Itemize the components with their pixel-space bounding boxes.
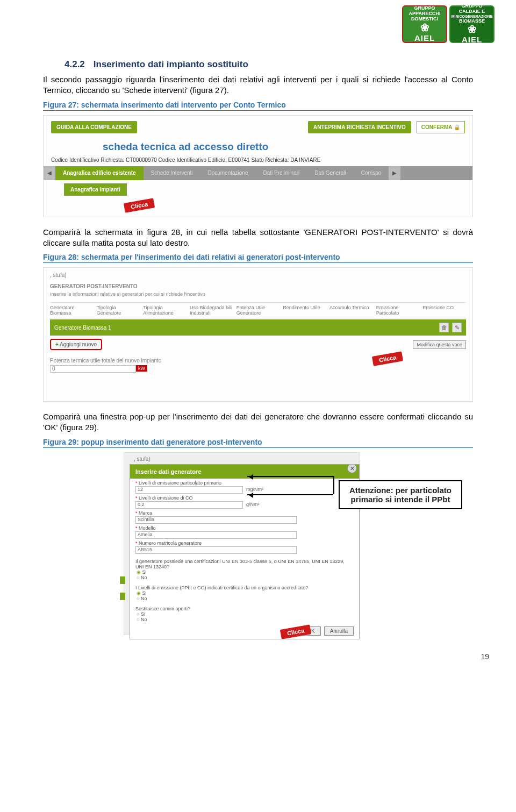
header-logos: GRUPPOAPPARECCHIDOMESTICI ❀AIEL GRUPPOCA… xyxy=(402,5,494,43)
matricola-input[interactable]: AB515 xyxy=(135,546,297,554)
figure-29-caption: Figura 29: popup inserimento dati genera… xyxy=(43,438,473,448)
click-callout: Clicca xyxy=(371,351,403,366)
camini-no[interactable]: No xyxy=(137,617,147,622)
tab-anagrafica-edificio[interactable]: Anagrafica edificio esistente xyxy=(55,166,144,180)
figure-28-screenshot: , stufa) GENERATORI POST-INTERVENTO Inse… xyxy=(43,267,473,402)
camini-yes[interactable]: Si xyxy=(137,611,145,617)
figure-27-caption: Figura 27: schermata inserimento dati in… xyxy=(43,101,473,111)
add-new-button[interactable]: + Aggiungi nuovo xyxy=(50,339,102,350)
co-label: Livelli di emissione di CO xyxy=(135,495,354,501)
co-input[interactable]: 0,2 xyxy=(135,501,243,509)
page-title: scheda tecnica ad accesso diretto xyxy=(103,141,472,153)
tab-dati-generali[interactable]: Dati Generali xyxy=(307,166,353,180)
attention-note: Attenzione: per particolatoprimario si i… xyxy=(339,480,462,509)
edit-icon[interactable]: ✎ xyxy=(452,323,462,332)
figure-27-screenshot: GUIDA ALLA COMPILAZIONE ANTEPRIMA RICHIE… xyxy=(43,115,473,217)
confirm-button[interactable]: CONFERMA 🔒 xyxy=(417,121,465,133)
cert-yes[interactable]: Si xyxy=(137,569,147,575)
accred-yes[interactable]: Si xyxy=(137,590,147,596)
generator-row-1[interactable]: Generatore Biomassa 1 🗑 ✎ xyxy=(50,319,466,336)
click-callout: Clicca xyxy=(124,198,155,213)
page-number: 19 xyxy=(481,652,489,661)
tab-schede-interventi[interactable]: Schede Interventi xyxy=(144,166,200,180)
camini-question: Sostituisce camini aperti? xyxy=(135,606,354,611)
accred-question: I Livelli di emissione (PPbt e CO) indic… xyxy=(135,585,354,590)
delete-icon[interactable]: 🗑 xyxy=(439,323,449,332)
tab-scroll-left[interactable]: ◀ xyxy=(44,166,55,180)
matricola-label: Numero matricola generatore xyxy=(135,540,354,546)
modello-input[interactable]: Amelia xyxy=(135,531,297,539)
prev-context-text: , stufa) xyxy=(134,456,360,462)
figure-29-screenshot: , stufa) ✕ Inserire dati generatore Live… xyxy=(124,452,360,635)
guide-button[interactable]: GUIDA ALLA COMPILAZIONE xyxy=(51,121,137,133)
generators-subheader: Inserire le informazioni relative ai gen… xyxy=(50,291,466,297)
cancel-button[interactable]: Annulla xyxy=(324,626,354,636)
tab-bar: ◀ Anagrafica edificio esistente Schede I… xyxy=(44,166,472,180)
tab-scroll-right[interactable]: ▶ xyxy=(389,166,400,180)
close-icon[interactable]: ✕ xyxy=(347,464,357,473)
accred-no[interactable]: No xyxy=(137,596,147,601)
logo-aiel-domestici: GRUPPOAPPARECCHIDOMESTICI ❀AIEL xyxy=(402,5,447,43)
paragraph-2: Comparirà la schermata in figura 28, in … xyxy=(43,227,473,249)
tab-dati-preliminari[interactable]: Dati Preliminari xyxy=(255,166,307,180)
total-power-input[interactable]: 0 xyxy=(50,365,136,373)
marca-input[interactable]: Scintilla xyxy=(135,516,297,524)
tab-documentazione[interactable]: Documentazione xyxy=(200,166,255,180)
logo-aiel-biomasse: GRUPPOCALDAIE EMINICOGENERAZIONEBIOMASSE… xyxy=(449,5,494,43)
tab-corrispo[interactable]: Corrispo xyxy=(354,166,389,180)
edit-tooltip: Modifica questa voce xyxy=(413,340,466,349)
cert-no[interactable]: No xyxy=(137,575,147,580)
generators-header: GENERATORI POST-INTERVENTO xyxy=(50,283,466,289)
prev-context-text: , stufa) xyxy=(50,272,466,278)
total-power-label: Potenza termica utile totale del nuovo i… xyxy=(50,358,466,364)
paragraph-3: Comparirà una finestra pop-up per l'inse… xyxy=(43,411,473,433)
marca-label: Marca xyxy=(135,510,354,516)
paragraph-1: Il secondo passaggio riguarda l'inserime… xyxy=(43,74,473,96)
click-callout: Clicca xyxy=(280,624,312,639)
figure-28-caption: Figura 28: schermata per l'inserimento d… xyxy=(43,253,473,263)
generators-table-header: Generatore BiomassaTipologia GeneratoreT… xyxy=(50,302,466,318)
modello-label: Modello xyxy=(135,525,354,531)
particolato-label: Livelli di emissione particolato primari… xyxy=(135,480,354,486)
particolato-input[interactable]: 12 xyxy=(135,486,243,494)
unit-kw: kW xyxy=(136,365,147,372)
request-id-row: Codice Identificativo Richiesta: CT00000… xyxy=(44,157,472,166)
cert-question: Il generatore possiede una certificazion… xyxy=(135,559,354,569)
preview-button[interactable]: ANTEPRIMA RICHIESTA INCENTIVO xyxy=(308,121,411,133)
section-heading: 4.2.2Inserimento dati impianto sostituit… xyxy=(64,59,473,70)
subtab-anagrafica-impianti[interactable]: Anagrafica impianti xyxy=(64,183,127,196)
